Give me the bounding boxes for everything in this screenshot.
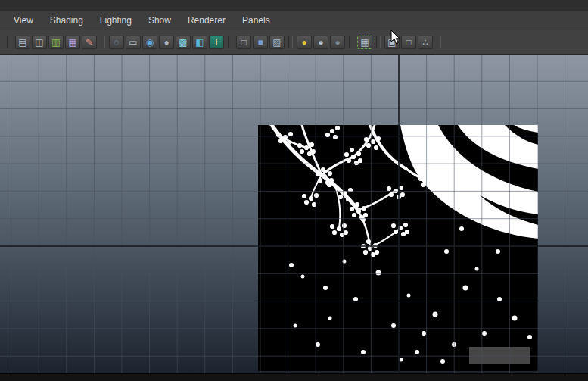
- blossom-dot: [405, 230, 409, 234]
- bookmark-columns-icon[interactable]: ▥: [48, 36, 64, 49]
- blossom-dot: [366, 143, 371, 148]
- falling-petal-dot: [415, 350, 419, 354]
- cube-small-icon-glyph: ▣: [387, 38, 396, 47]
- blossom-dot: [418, 176, 423, 181]
- falling-petal-dot: [301, 275, 305, 279]
- blossom-dot: [300, 149, 304, 154]
- blossom-dot: [321, 167, 325, 172]
- menu-item-panels[interactable]: Panels: [234, 15, 278, 26]
- camera-bookmark-icon-glyph: ◫: [35, 38, 43, 47]
- blossom-dot: [403, 223, 408, 227]
- window-top-strip: [0, 0, 588, 11]
- cube-small-icon[interactable]: ▣: [384, 36, 400, 49]
- falling-petal-dot: [422, 331, 426, 336]
- image-plane-icon-glyph: ▦: [68, 38, 76, 47]
- light-flat-icon[interactable]: ●: [313, 36, 328, 49]
- blossom-dot: [351, 155, 356, 159]
- texture-t-icon-glyph: T: [213, 38, 219, 47]
- wireframe-sphere-icon[interactable]: ◌: [109, 36, 124, 49]
- isolate-select-icon-glyph: ▦: [360, 38, 369, 47]
- blossom-dot: [338, 195, 343, 199]
- light-shaded-icon[interactable]: ●: [330, 36, 345, 49]
- blossom-dot: [391, 223, 396, 228]
- toolbar-separator: [288, 36, 293, 48]
- light-default-icon[interactable]: ●: [297, 36, 312, 49]
- blossom-dot: [309, 196, 313, 201]
- blossom-dot: [311, 149, 316, 154]
- blossom-dot: [352, 213, 356, 217]
- falling-petal-dot: [316, 342, 320, 347]
- film-gate-icon[interactable]: ▭: [126, 36, 141, 49]
- cube-shaded-icon-glyph: ■: [257, 38, 263, 47]
- toolbar-separator: [7, 36, 11, 48]
- blossom-dot: [346, 197, 350, 201]
- flat-sphere-icon-glyph: ●: [163, 38, 169, 47]
- blossom-dot: [375, 250, 379, 255]
- blossom-dot: [322, 174, 327, 179]
- blossom-dot: [304, 200, 309, 205]
- checker-icon[interactable]: ▩: [176, 36, 191, 49]
- blossom-dot: [358, 158, 362, 163]
- falling-petal-dot: [323, 286, 328, 290]
- blossom-dot: [431, 176, 435, 180]
- menu-item-renderer[interactable]: Renderer: [179, 15, 234, 26]
- image-plane-icon[interactable]: ▦: [65, 36, 80, 49]
- shaded-sphere-icon[interactable]: ◉: [142, 36, 157, 49]
- isolate-select-icon[interactable]: ▦: [357, 36, 372, 49]
- blossom-dot: [361, 217, 366, 222]
- blossom-dot: [355, 202, 359, 207]
- flat-sphere-icon[interactable]: ●: [159, 36, 174, 49]
- blossom-dot: [332, 230, 337, 235]
- menu-item-shading[interactable]: Shading: [42, 15, 92, 26]
- split-view-icon[interactable]: ◧: [192, 36, 207, 49]
- camera-select-icon[interactable]: ▤: [15, 36, 30, 49]
- blossom-dot: [362, 206, 366, 211]
- cube-wire-icon[interactable]: □: [236, 36, 251, 49]
- blossom-dot: [376, 136, 381, 141]
- viewport-canvas[interactable]: [0, 55, 588, 373]
- blossom-dot: [314, 193, 319, 198]
- falling-petal-dot: [475, 267, 479, 271]
- bookmark-columns-icon-glyph: ▥: [51, 38, 60, 47]
- cube-checker-icon[interactable]: ▨: [269, 36, 285, 49]
- wireframe-sphere-icon-glyph: ◌: [114, 38, 119, 47]
- light-flat-icon-glyph: ●: [318, 38, 323, 47]
- blossom-dot: [389, 192, 394, 197]
- image-plane[interactable]: [258, 125, 538, 371]
- menu-item-lighting[interactable]: Lighting: [92, 15, 140, 26]
- cube-outline-icon[interactable]: □: [401, 36, 416, 49]
- falling-petal-dot: [328, 317, 332, 320]
- share-icon[interactable]: ∴: [418, 36, 433, 49]
- toolbar-separator: [101, 36, 105, 48]
- falling-petal-dot: [391, 323, 396, 328]
- menu-item-show[interactable]: Show: [140, 15, 179, 26]
- toolbar-separator: [228, 36, 232, 48]
- falling-petal-dot: [444, 249, 449, 254]
- shaded-sphere-icon-glyph: ◉: [146, 38, 154, 47]
- blossom-dot: [356, 151, 361, 156]
- cube-wire-icon-glyph: □: [241, 38, 246, 47]
- cube-shaded-icon[interactable]: ■: [253, 36, 268, 49]
- falling-petal-dot: [407, 294, 411, 298]
- split-view-icon-glyph: ◧: [195, 38, 204, 47]
- falling-petal-dot: [440, 359, 445, 364]
- light-default-icon-glyph: ●: [301, 38, 306, 47]
- grease-pencil-icon[interactable]: ✎: [82, 36, 97, 49]
- blossom-dot: [337, 226, 341, 231]
- blossom-dot: [399, 186, 403, 190]
- film-gate-icon-glyph: ▭: [129, 38, 137, 47]
- light-shaded-icon-glyph: ●: [334, 38, 340, 47]
- menu-item-view[interactable]: View: [5, 15, 42, 26]
- blossom-dot: [363, 213, 368, 217]
- blossom-dot: [363, 250, 368, 255]
- camera-bookmark-icon[interactable]: ◫: [32, 36, 47, 49]
- viewport[interactable]: [0, 55, 588, 373]
- falling-petal-dot: [459, 226, 464, 231]
- blossom-dot: [310, 142, 314, 147]
- blossom-dot: [302, 194, 306, 198]
- blossom-dot: [356, 209, 361, 214]
- texture-t-icon[interactable]: T: [209, 36, 224, 49]
- falling-petal-dot: [343, 260, 347, 264]
- toolbar-separator: [349, 36, 353, 48]
- share-icon-glyph: ∴: [422, 38, 428, 47]
